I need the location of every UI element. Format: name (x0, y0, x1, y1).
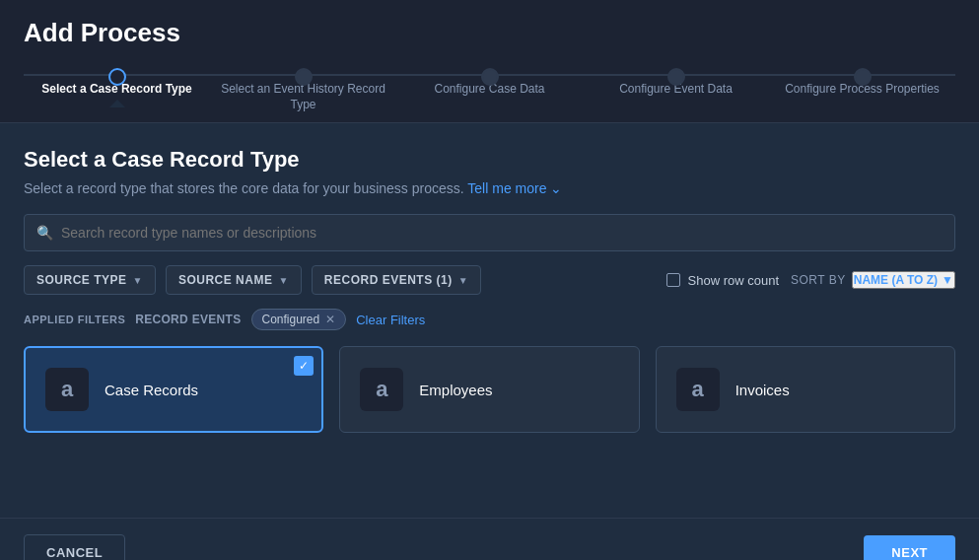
applied-filters-label: APPLIED FILTERS (24, 314, 125, 325)
chevron-down-icon: ▼ (278, 275, 288, 286)
chevron-down-icon: ▼ (458, 275, 468, 286)
remove-filter-button[interactable]: ✕ (325, 313, 335, 326)
filter-bar: SOURCE TYPE ▼ SOURCE NAME ▼ RECORD EVENT… (24, 265, 955, 295)
footer: CANCEL NEXT (0, 518, 979, 560)
sort-button[interactable]: NAME (A TO Z) ▼ (852, 271, 955, 289)
source-name-filter[interactable]: SOURCE NAME ▼ (166, 265, 302, 295)
step-3[interactable]: Configure Case Data (396, 62, 583, 107)
step-2-label: Select an Event History Record Type (210, 82, 396, 112)
step-4[interactable]: Configure Event Data (583, 62, 769, 107)
card-employees[interactable]: a Employees (339, 346, 639, 433)
chevron-down-icon: ▼ (133, 275, 143, 286)
search-input[interactable] (53, 215, 943, 250)
card-icon: a (676, 368, 720, 411)
card-label: Case Records (105, 382, 198, 398)
show-row-count-checkbox[interactable] (666, 273, 680, 287)
search-bar: 🔍 (24, 214, 955, 251)
main-content: Select a Case Record Type Select a recor… (0, 123, 979, 518)
sort-by: SORT BY NAME (A TO Z) ▼ (791, 271, 955, 289)
search-icon: 🔍 (36, 225, 53, 241)
section-title: Select a Case Record Type (24, 147, 955, 173)
card-case-records[interactable]: ✓ a Case Records (24, 346, 323, 433)
step-2[interactable]: Select an Event History Record Type (210, 62, 396, 122)
tell-me-more-link[interactable]: Tell me more ⌄ (467, 180, 562, 196)
header: Add Process Select a Case Record Type Se… (0, 0, 979, 123)
step-5[interactable]: Configure Process Properties (769, 62, 955, 107)
cancel-button[interactable]: CANCEL (24, 534, 125, 560)
step-5-label: Configure Process Properties (769, 82, 955, 98)
source-type-filter[interactable]: SOURCE TYPE ▼ (24, 265, 156, 295)
selected-checkmark: ✓ (294, 356, 314, 376)
filter-right: Show row count SORT BY NAME (A TO Z) ▼ (666, 271, 955, 289)
filter-category: RECORD EVENTS (135, 313, 241, 326)
cards-grid: ✓ a Case Records a Employees a Invoices (24, 346, 955, 433)
next-button[interactable]: NEXT (864, 535, 955, 560)
card-invoices[interactable]: a Invoices (656, 346, 955, 433)
section-description: Select a record type that stores the cor… (24, 180, 955, 196)
card-icon: a (360, 368, 403, 411)
page-title: Add Process (24, 18, 955, 48)
section-desc-text: Select a record type that stores the cor… (24, 180, 464, 196)
card-label: Invoices (735, 382, 790, 398)
applied-filters: APPLIED FILTERS RECORD EVENTS Configured… (24, 309, 955, 330)
show-row-count-label[interactable]: Show row count (666, 273, 780, 288)
step-3-label: Configure Case Data (396, 82, 583, 98)
card-icon: a (45, 368, 89, 411)
stepper: Select a Case Record Type Select an Even… (24, 62, 955, 122)
record-events-filter[interactable]: RECORD EVENTS (1) ▼ (312, 265, 481, 295)
step-1-label: Select a Case Record Type (24, 82, 210, 98)
step-4-label: Configure Event Data (583, 82, 769, 98)
clear-filters-link[interactable]: Clear Filters (356, 313, 425, 327)
filter-tag: Configured ✕ (251, 309, 347, 330)
card-label: Employees (419, 382, 492, 398)
step-1[interactable]: Select a Case Record Type (24, 62, 210, 107)
chevron-down-icon: ▼ (942, 273, 953, 287)
